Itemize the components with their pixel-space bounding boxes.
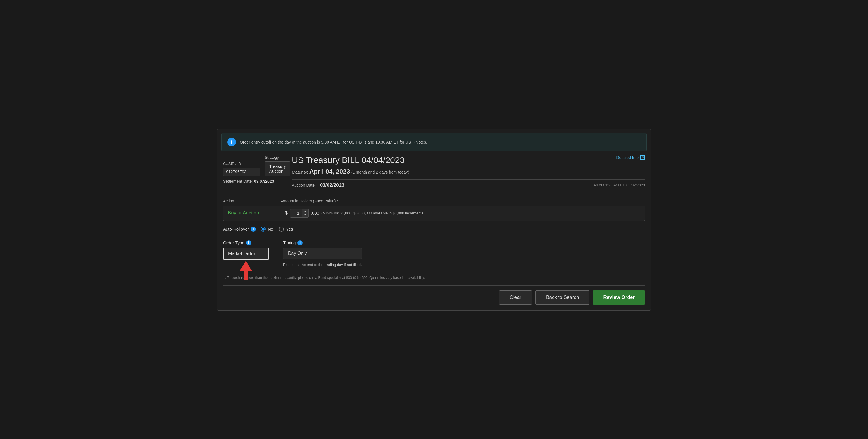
cusip-label: CUSIP / ID bbox=[223, 162, 260, 166]
auction-label: Auction Date bbox=[292, 183, 315, 188]
qty-spinners: ▲ ▼ bbox=[302, 209, 308, 217]
settlement-value: 03/07/2023 bbox=[254, 179, 274, 183]
radio-group: No Yes bbox=[260, 227, 293, 232]
market-order-dropdown[interactable]: Market Order bbox=[223, 248, 269, 260]
autorollover-text: Auto-Rollover bbox=[223, 227, 249, 231]
arrow-indicator bbox=[240, 261, 252, 280]
review-order-button[interactable]: Review Order bbox=[593, 290, 645, 305]
action-section: Action Amount in Dollars (Face Value) ¹ … bbox=[223, 197, 645, 221]
order-type-label: Order Type i bbox=[223, 240, 269, 245]
settlement-label: Settlement Date: bbox=[223, 179, 253, 183]
main-content: CUSIP / ID Strategy Treasury Auction Set… bbox=[217, 155, 651, 310]
amount-col-label: Amount in Dollars (Face Value) ¹ bbox=[280, 197, 645, 206]
info-icon: i bbox=[227, 138, 236, 146]
order-type-wrap: Market Order bbox=[223, 248, 269, 260]
settlement-date: Settlement Date: 03/07/2023 bbox=[223, 179, 286, 183]
radio-yes-label: Yes bbox=[286, 227, 293, 231]
expires-text: Expires at the end of the trading day if… bbox=[283, 263, 362, 267]
banner-text: Order entry cutoff on the day of the auc… bbox=[240, 140, 427, 144]
arrow-stem bbox=[244, 271, 248, 280]
cusip-strategy-row: CUSIP / ID Strategy Treasury Auction bbox=[223, 155, 286, 176]
qty-increment[interactable]: ▲ bbox=[302, 209, 308, 213]
timing-label: Timing i bbox=[283, 240, 362, 245]
maturity-date: April 04, 2023 bbox=[309, 168, 350, 175]
radio-yes[interactable]: Yes bbox=[279, 227, 293, 232]
back-to-search-button[interactable]: Back to Search bbox=[535, 290, 589, 305]
bond-title: US Treasury BILL 04/04/2023 bbox=[292, 155, 404, 165]
cusip-input[interactable] bbox=[223, 168, 260, 176]
bottom-buttons: Clear Back to Search Review Order bbox=[223, 285, 645, 305]
action-row: Buy at Auction $ ▲ ▼ ,000 (Minimum: $1,0… bbox=[223, 206, 645, 221]
strategy-box: Treasury Auction bbox=[265, 161, 290, 176]
order-type-info-icon[interactable]: i bbox=[246, 240, 251, 245]
strategy-group: Strategy Treasury Auction bbox=[265, 155, 290, 176]
bond-title-row: US Treasury BILL 04/04/2023 Detailed Inf… bbox=[292, 155, 645, 165]
amount-hint: (Minimum: $1,000; $5,000,000 available i… bbox=[321, 211, 425, 215]
left-fields: CUSIP / ID Strategy Treasury Auction Set… bbox=[223, 155, 286, 183]
footnote: 1. To purchase more than the maximum qua… bbox=[223, 273, 645, 280]
timing-info-icon[interactable]: i bbox=[298, 240, 303, 245]
maturity-sub: (1 month and 2 days from today) bbox=[351, 170, 409, 174]
order-type-text: Order Type bbox=[223, 240, 245, 245]
radio-no-label: No bbox=[268, 227, 273, 231]
detailed-info-link[interactable]: Detailed Info ⧉ bbox=[616, 155, 645, 160]
action-col-label: Action bbox=[223, 197, 280, 206]
qty-input-wrap: ▲ ▼ bbox=[290, 209, 309, 217]
main-container: i Order entry cutoff on the day of the a… bbox=[217, 129, 651, 311]
dollar-sign: $ bbox=[285, 210, 288, 216]
detailed-info-label: Detailed Info bbox=[616, 155, 639, 160]
autorollover-section: Auto-Rollover i No Yes bbox=[223, 227, 645, 235]
strategy-label: Strategy bbox=[265, 155, 290, 160]
right-title: US Treasury BILL 04/04/2023 Detailed Inf… bbox=[292, 155, 645, 188]
quantity-input[interactable] bbox=[290, 209, 302, 217]
timing-col: Timing i Day Only Expires at the end of … bbox=[283, 240, 362, 267]
order-type-col: Order Type i Market Order bbox=[223, 240, 269, 260]
order-timing-section: Order Type i Market Order Timing i bbox=[223, 240, 645, 267]
autorollover-info-icon[interactable]: i bbox=[251, 227, 256, 232]
timing-dropdown[interactable]: Day Only bbox=[283, 248, 362, 259]
auction-left: Auction Date 03/02/2023 bbox=[292, 182, 344, 188]
autorollover-label: Auto-Rollover i bbox=[223, 227, 256, 232]
external-link-icon: ⧉ bbox=[641, 155, 645, 160]
radio-yes-circle bbox=[279, 227, 284, 232]
as-of: As of 01:26 AM ET, 03/02/2023 bbox=[594, 183, 645, 187]
qty-suffix: ,000 bbox=[311, 211, 319, 216]
maturity-label: Maturity: bbox=[292, 170, 308, 174]
buy-at-auction: Buy at Auction bbox=[228, 210, 279, 216]
top-section: CUSIP / ID Strategy Treasury Auction Set… bbox=[223, 155, 645, 193]
maturity-row: Maturity: April 04, 2023 (1 month and 2 … bbox=[292, 168, 645, 175]
action-header: Action Amount in Dollars (Face Value) ¹ bbox=[223, 197, 645, 206]
info-banner: i Order entry cutoff on the day of the a… bbox=[221, 133, 647, 151]
cusip-group: CUSIP / ID bbox=[223, 162, 260, 176]
arrow-up-icon bbox=[240, 261, 252, 271]
radio-no-circle bbox=[260, 227, 266, 232]
radio-no[interactable]: No bbox=[260, 227, 273, 232]
auction-date: 03/02/2023 bbox=[320, 182, 344, 188]
timing-text: Timing bbox=[283, 240, 296, 245]
qty-decrement[interactable]: ▼ bbox=[302, 213, 308, 217]
clear-button[interactable]: Clear bbox=[499, 290, 532, 305]
auction-row: Auction Date 03/02/2023 As of 01:26 AM E… bbox=[292, 179, 645, 188]
amount-input-group: $ ▲ ▼ ,000 (Minimum: $1,000; $5,000,000 … bbox=[285, 209, 640, 217]
